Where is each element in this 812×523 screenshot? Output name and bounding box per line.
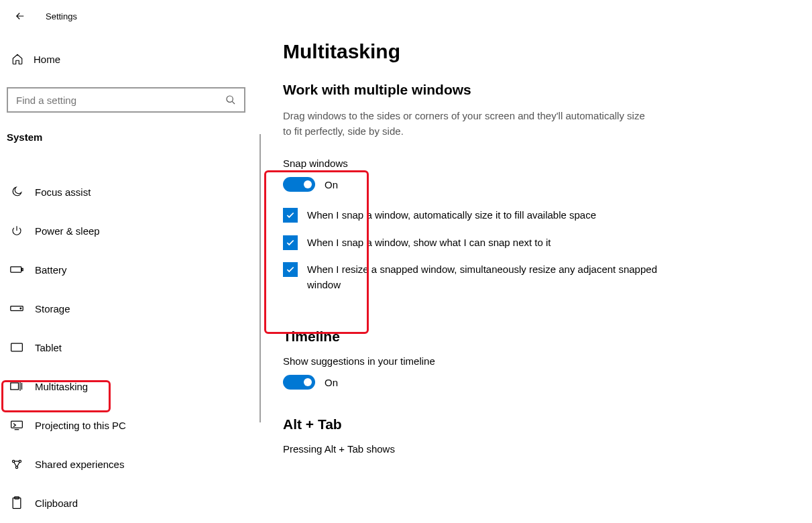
snap-windows-toggle[interactable] [283, 177, 315, 192]
checkbox-label: When I snap a window, show what I can sn… [307, 235, 551, 251]
sidebar-item-label: Storage [35, 303, 70, 314]
svg-point-8 [12, 460, 14, 462]
checkbox-snap-fill[interactable] [283, 208, 298, 223]
snap-windows-state: On [325, 179, 338, 190]
timeline-toggle-label: Show suggestions in your timeline [283, 355, 785, 367]
svg-rect-1 [11, 267, 21, 272]
section-heading-windows: Work with multiple windows [283, 82, 785, 98]
sidebar-item-clipboard[interactable]: Clipboard [0, 483, 260, 522]
sidebar-item-label: Multitasking [35, 381, 88, 392]
checkbox-row: When I resize a snapped window, simultan… [283, 262, 672, 292]
checkbox-snap-resize[interactable] [283, 262, 298, 277]
timeline-toggle-state: On [325, 377, 338, 388]
sidebar-item-label: Clipboard [35, 498, 78, 509]
projecting-icon [10, 420, 23, 430]
power-icon [11, 225, 23, 237]
svg-rect-11 [13, 498, 21, 509]
page-title: Multitasking [283, 40, 785, 63]
sidebar-item-label: Power & sleep [35, 225, 100, 237]
moon-icon [11, 186, 23, 198]
svg-point-4 [20, 308, 21, 309]
back-button[interactable] [9, 5, 31, 27]
sidebar-item-label: Battery [35, 264, 67, 276]
sidebar-item-label: Tablet [35, 342, 62, 353]
main-content: Multitasking Work with multiple windows … [260, 0, 812, 523]
svg-rect-7 [11, 421, 23, 428]
checkbox-row: When I snap a window, show what I can sn… [283, 235, 672, 251]
svg-rect-2 [22, 268, 23, 270]
multitasking-icon [10, 381, 23, 392]
clipboard-icon [11, 496, 22, 510]
sidebar: Settings Home System Focus assist Power … [0, 0, 260, 523]
svg-rect-6 [11, 383, 19, 390]
storage-icon [10, 304, 23, 313]
app-title: Settings [46, 11, 77, 21]
snap-windows-label: Snap windows [283, 158, 785, 169]
sidebar-item-label: Projecting to this PC [35, 420, 126, 431]
timeline-suggestions-toggle[interactable] [283, 375, 315, 390]
snap-windows-group: Snap windows On [283, 158, 785, 192]
search-wrap [7, 87, 247, 113]
svg-point-10 [15, 466, 17, 468]
home-label: Home [34, 54, 60, 65]
back-arrow-icon [14, 10, 26, 22]
sidebar-category: System [7, 131, 260, 143]
sidebar-item-label: Shared experiences [35, 459, 124, 470]
checkbox-label: When I resize a snapped window, simultan… [307, 262, 672, 292]
sidebar-item-label: Focus assist [35, 186, 91, 198]
checkbox-label: When I snap a window, automatically size… [307, 208, 596, 223]
sidebar-item-power-sleep[interactable]: Power & sleep [0, 211, 260, 250]
header-row: Settings [0, 0, 260, 32]
home-icon [11, 53, 23, 65]
sidebar-nav-list: Focus assist Power & sleep Battery Stora… [0, 172, 260, 522]
sidebar-item-focus-assist[interactable]: Focus assist [0, 172, 260, 211]
timeline-suggestions-group: Show suggestions in your timeline On [283, 355, 785, 390]
sidebar-item-shared-experiences[interactable]: Shared experiences [0, 445, 260, 483]
sidebar-item-multitasking[interactable]: Multitasking [0, 367, 260, 406]
sidebar-item-storage[interactable]: Storage [0, 289, 260, 328]
checkbox-row: When I snap a window, automatically size… [283, 208, 672, 223]
svg-rect-5 [11, 343, 23, 351]
alttab-label: Pressing Alt + Tab shows [283, 443, 785, 455]
search-icon [225, 95, 236, 105]
sidebar-item-tablet[interactable]: Tablet [0, 328, 260, 367]
svg-point-0 [227, 96, 233, 102]
search-box[interactable] [7, 87, 245, 113]
svg-point-9 [19, 460, 21, 462]
shared-icon [10, 458, 23, 470]
battery-icon [10, 265, 23, 274]
sidebar-item-projecting[interactable]: Projecting to this PC [0, 406, 260, 445]
sidebar-item-battery[interactable]: Battery [0, 250, 260, 289]
tablet-icon [10, 342, 23, 353]
section-heading-alttab: Alt + Tab [283, 416, 785, 432]
section-heading-timeline: Timeline [283, 329, 785, 345]
search-input[interactable] [16, 95, 225, 106]
section-description: Drag windows to the sides or corners of … [283, 109, 645, 139]
sidebar-home[interactable]: Home [0, 43, 260, 75]
checkbox-snap-next[interactable] [283, 235, 298, 250]
